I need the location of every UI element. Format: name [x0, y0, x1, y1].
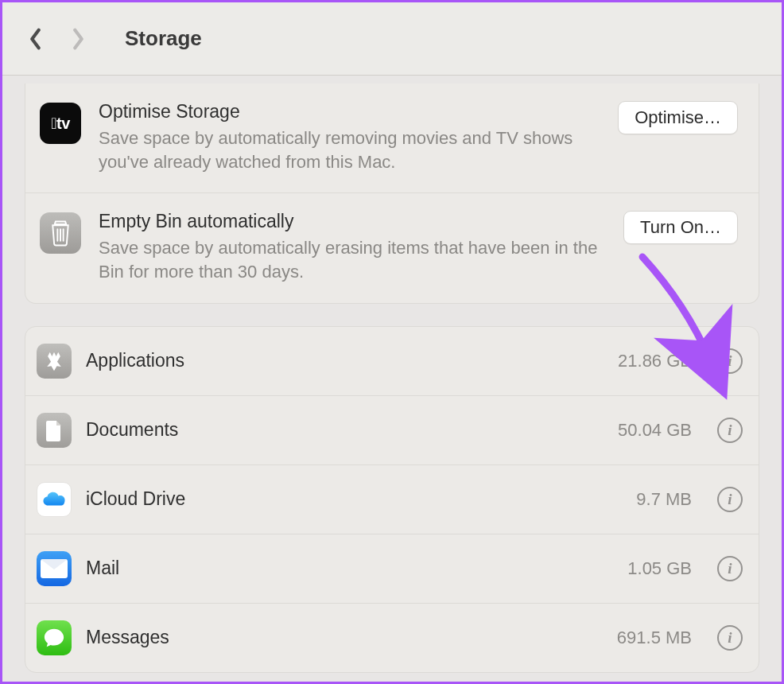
- category-label: Mail: [86, 558, 613, 579]
- chevron-right-icon: [72, 28, 85, 50]
- category-size: 1.05 GB: [627, 558, 692, 579]
- back-button[interactable]: [26, 25, 44, 52]
- category-mail[interactable]: Mail 1.05 GB i: [25, 534, 759, 603]
- info-button[interactable]: i: [717, 418, 743, 443]
- recommendation-desc: Save space by automatically removing mov…: [99, 126, 600, 173]
- applications-icon: [37, 344, 72, 379]
- recommendation-title: Empty Bin automatically: [99, 211, 606, 232]
- recommendation-optimise: tv Optimise Storage Save space by autom…: [25, 84, 759, 192]
- documents-icon: [37, 413, 72, 448]
- category-applications[interactable]: Applications 21.86 GB i: [25, 327, 759, 395]
- recommendation-empty-bin: Empty Bin automatically Save space by au…: [25, 192, 759, 302]
- icloud-icon: [37, 482, 72, 517]
- category-size: 21.86 GB: [618, 351, 692, 371]
- messages-icon: [37, 620, 72, 655]
- recommendation-title: Optimise Storage: [99, 101, 600, 122]
- categories-card: Applications 21.86 GB i Documents 50.04 …: [25, 326, 759, 673]
- category-messages[interactable]: Messages 691.5 MB i: [25, 603, 759, 672]
- info-button[interactable]: i: [717, 625, 743, 651]
- recommendation-text: Empty Bin automatically Save space by au…: [99, 211, 606, 283]
- category-size: 691.5 MB: [617, 628, 692, 648]
- category-label: Documents: [86, 419, 604, 441]
- mail-icon: [37, 551, 72, 586]
- category-documents[interactable]: Documents 50.04 GB i: [25, 395, 759, 464]
- recommendations-card: tv Optimise Storage Save space by autom…: [25, 84, 759, 304]
- page-title: Storage: [125, 26, 202, 51]
- recommendation-text: Optimise Storage Save space by automatic…: [99, 101, 600, 173]
- info-button[interactable]: i: [717, 487, 743, 512]
- category-label: Applications: [86, 350, 604, 371]
- category-size: 50.04 GB: [618, 420, 692, 441]
- trash-icon: [40, 212, 81, 254]
- turn-on-button[interactable]: Turn On…: [623, 211, 738, 244]
- optimise-button[interactable]: Optimise…: [618, 101, 738, 134]
- category-size: 9.7 MB: [636, 489, 692, 510]
- titlebar: Storage: [2, 2, 782, 76]
- content: tv Optimise Storage Save space by autom…: [2, 76, 782, 673]
- apple-tv-icon: tv: [40, 103, 81, 144]
- info-button[interactable]: i: [717, 556, 743, 581]
- recommendation-desc: Save space by automatically erasing item…: [99, 236, 606, 283]
- nav-arrows: [26, 25, 87, 52]
- chevron-left-icon: [29, 28, 42, 50]
- category-icloud[interactable]: iCloud Drive 9.7 MB i: [25, 464, 759, 534]
- category-label: iCloud Drive: [86, 488, 622, 510]
- forward-button[interactable]: [69, 25, 87, 52]
- info-button[interactable]: i: [717, 348, 743, 374]
- category-label: Messages: [86, 627, 603, 648]
